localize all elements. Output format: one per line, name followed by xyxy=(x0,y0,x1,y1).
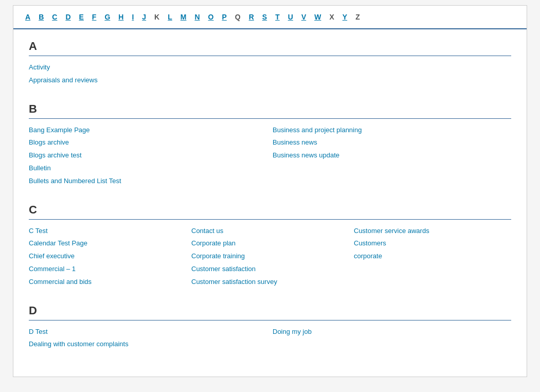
alpha-letter-J[interactable]: J xyxy=(138,11,150,23)
section-D: DD TestDealing with customer complaintsD… xyxy=(29,304,511,351)
link-business-news-update[interactable]: Business news update xyxy=(273,149,511,162)
main-content: AActivityAppraisals and reviewsBBang Exa… xyxy=(13,29,527,377)
alphabet-nav: ABCDEFGHIJKLMNOPQRSTUVWXYZ xyxy=(13,6,527,29)
alpha-letter-E[interactable]: E xyxy=(75,11,88,23)
section-divider-A xyxy=(29,56,511,56)
section-grid-D: D TestDealing with customer complaintsDo… xyxy=(29,326,511,351)
link-contact-us[interactable]: Contact us xyxy=(191,225,349,238)
alpha-letter-I[interactable]: I xyxy=(128,11,138,23)
link-customers[interactable]: Customers xyxy=(354,237,511,250)
section-col-C-0: C TestCalendar Test PageChief executiveC… xyxy=(29,225,186,289)
link-customer-service-awards[interactable]: Customer service awards xyxy=(354,225,511,238)
section-col-D-1: Doing my job xyxy=(273,326,511,351)
section-heading-B: B xyxy=(29,102,511,116)
link-bullets-and-numbered-list-test[interactable]: Bullets and Numbered List Test xyxy=(29,175,267,188)
section-single-A: ActivityAppraisals and reviews xyxy=(29,61,511,87)
alpha-letter-F[interactable]: F xyxy=(88,11,101,23)
section-divider-C xyxy=(29,219,511,220)
link-corporate-training[interactable]: Corporate training xyxy=(191,250,349,263)
section-grid-C: C TestCalendar Test PageChief executiveC… xyxy=(29,225,511,289)
link-chief-executive[interactable]: Chief executive xyxy=(29,250,186,263)
link-blogs-archive[interactable]: Blogs archive xyxy=(29,136,267,149)
alpha-letter-P[interactable]: P xyxy=(218,11,230,23)
section-grid-B: Bang Example PageBlogs archiveBlogs arch… xyxy=(29,124,511,188)
alpha-letter-X[interactable]: X xyxy=(325,11,338,23)
alpha-letter-C[interactable]: C xyxy=(48,11,61,23)
section-col-B-0: Bang Example PageBlogs archiveBlogs arch… xyxy=(29,124,267,188)
link-commercial-and-bids[interactable]: Commercial and bids xyxy=(29,276,186,289)
link-bulletin[interactable]: Bulletin xyxy=(29,162,267,175)
alpha-letter-D[interactable]: D xyxy=(61,11,75,23)
link-corporate[interactable]: corporate xyxy=(354,250,511,263)
section-col-C-1: Contact usCorporate planCorporate traini… xyxy=(191,225,349,289)
alpha-letter-H[interactable]: H xyxy=(114,11,128,23)
alpha-letter-N[interactable]: N xyxy=(190,11,204,23)
link-c-test[interactable]: C Test xyxy=(29,225,186,238)
alpha-letter-S[interactable]: S xyxy=(258,11,271,23)
alpha-letter-Q[interactable]: Q xyxy=(231,11,245,23)
link-blogs-archive-test[interactable]: Blogs archive test xyxy=(29,149,267,162)
section-C: CC TestCalendar Test PageChief executive… xyxy=(29,203,511,289)
section-col-D-0: D TestDealing with customer complaints xyxy=(29,326,267,351)
alpha-letter-U[interactable]: U xyxy=(284,11,297,23)
section-divider-D xyxy=(29,320,511,320)
link-business-news[interactable]: Business news xyxy=(273,136,511,149)
link-corporate-plan[interactable]: Corporate plan xyxy=(191,237,349,250)
link-doing-my-job[interactable]: Doing my job xyxy=(273,326,511,338)
alpha-letter-T[interactable]: T xyxy=(271,11,284,23)
link-activity[interactable]: Activity xyxy=(29,61,511,74)
alpha-letter-A[interactable]: A xyxy=(21,11,34,23)
section-divider-B xyxy=(29,118,511,119)
section-heading-D: D xyxy=(29,304,511,317)
section-col-C-2: Customer service awardsCustomerscorporat… xyxy=(354,225,511,289)
section-heading-C: C xyxy=(29,203,511,217)
link-business-and-project-planning[interactable]: Business and project planning xyxy=(273,124,511,137)
alpha-letter-Y[interactable]: Y xyxy=(338,11,351,23)
alpha-letter-M[interactable]: M xyxy=(176,11,191,23)
link-customer-satisfaction-survey[interactable]: Customer satisfaction survey xyxy=(191,276,349,289)
alpha-letter-K[interactable]: K xyxy=(150,11,164,23)
alpha-letter-G[interactable]: G xyxy=(100,11,114,23)
alpha-letter-W[interactable]: W xyxy=(310,11,325,23)
link-calendar-test-page[interactable]: Calendar Test Page xyxy=(29,237,186,250)
link-customer-satisfaction[interactable]: Customer satisfaction xyxy=(191,263,349,276)
alpha-letter-Z[interactable]: Z xyxy=(351,11,364,23)
section-A: AActivityAppraisals and reviews xyxy=(29,40,511,87)
link-dealing-with-customer-complaints[interactable]: Dealing with customer complaints xyxy=(29,338,267,351)
alpha-letter-V[interactable]: V xyxy=(297,11,310,23)
alpha-letter-L[interactable]: L xyxy=(164,11,176,23)
link-d-test[interactable]: D Test xyxy=(29,326,267,338)
link-commercial-1[interactable]: Commercial – 1 xyxy=(29,263,186,276)
section-heading-A: A xyxy=(29,40,511,53)
section-col-B-1: Business and project planningBusiness ne… xyxy=(273,124,511,188)
alpha-letter-O[interactable]: O xyxy=(204,11,218,23)
link-bang-example-page[interactable]: Bang Example Page xyxy=(29,124,267,137)
alpha-letter-R[interactable]: R xyxy=(245,11,258,23)
alpha-letter-B[interactable]: B xyxy=(34,11,48,23)
section-B: BBang Example PageBlogs archiveBlogs arc… xyxy=(29,102,511,188)
link-appraisals-and-reviews[interactable]: Appraisals and reviews xyxy=(29,74,511,87)
page-container: ABCDEFGHIJKLMNOPQRSTUVWXYZ AActivityAppr… xyxy=(13,5,527,377)
